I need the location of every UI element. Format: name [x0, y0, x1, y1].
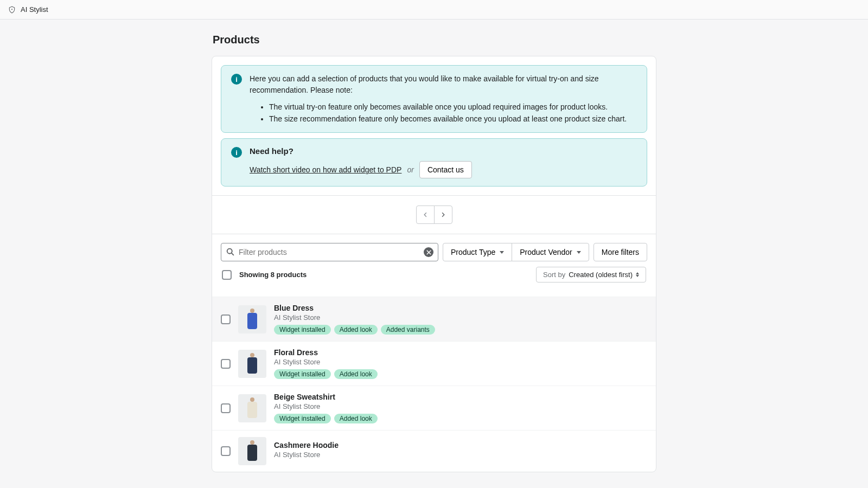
product-row[interactable]: Cashmere HoodieAI Stylist Store	[212, 430, 656, 472]
info-banner-list: The virtual try-on feature only becomes …	[269, 101, 637, 125]
svg-point-0	[11, 9, 12, 10]
sort-button[interactable]: Sort by Created (oldest first)	[536, 267, 646, 282]
showing-count: Showing 8 products	[239, 271, 307, 279]
product-badges: Widget installedAdded look	[274, 369, 647, 379]
info-icon: i	[231, 147, 242, 158]
status-badge: Widget installed	[274, 325, 331, 335]
help-row: Watch short video on how add widget to P…	[250, 161, 637, 178]
product-row[interactable]: Blue DressAI Stylist StoreWidget install…	[212, 297, 656, 341]
caret-down-icon	[500, 251, 504, 254]
product-badges: Widget installedAdded lookAdded variants	[274, 325, 647, 335]
status-badge: Added look	[334, 325, 378, 335]
info-banner-intro: Here you can add a selection of products…	[250, 73, 637, 96]
product-thumbnail	[238, 305, 266, 333]
close-icon	[426, 250, 431, 255]
filter-dropdown-group: Product Type Product Vendor	[443, 243, 589, 261]
info-bullet-1: The virtual try-on feature only becomes …	[269, 101, 637, 113]
chevron-right-icon	[439, 211, 447, 219]
sort-value: Created (oldest first)	[569, 271, 633, 279]
chevron-left-icon	[422, 211, 429, 219]
product-vendor: AI Stylist Store	[274, 402, 647, 410]
product-type-label: Product Type	[451, 248, 495, 256]
more-filters-button[interactable]: More filters	[593, 243, 647, 261]
product-row[interactable]: Floral DressAI Stylist StoreWidget insta…	[212, 341, 656, 386]
info-banner: i Here you can add a selection of produc…	[221, 65, 647, 133]
product-vendor: AI Stylist Store	[274, 313, 647, 322]
product-thumbnail	[238, 394, 266, 422]
product-name: Floral Dress	[274, 348, 647, 357]
product-vendor-filter[interactable]: Product Vendor	[512, 243, 589, 261]
product-badges: Widget installedAdded look	[274, 414, 647, 423]
product-body: Floral DressAI Stylist StoreWidget insta…	[274, 348, 647, 379]
product-thumbnail	[238, 437, 266, 465]
product-vendor: AI Stylist Store	[274, 358, 647, 366]
sort-label: Sort by	[543, 271, 565, 279]
clear-search-button[interactable]	[424, 247, 433, 257]
page: Products i Here you can add a selection …	[212, 20, 656, 472]
filter-products-input[interactable]	[235, 243, 424, 261]
contact-us-button[interactable]: Contact us	[419, 161, 472, 178]
filter-row: Product Type Product Vendor More filters	[221, 243, 647, 261]
status-badge: Widget installed	[274, 369, 331, 379]
help-video-link[interactable]: Watch short video on how add widget to P…	[250, 165, 401, 174]
product-body: Beige SweatshirtAI Stylist StoreWidget i…	[274, 393, 647, 423]
summary-row: Showing 8 products Sort by Created (olde…	[221, 261, 647, 282]
help-banner: i Need help? Watch short video on how ad…	[221, 138, 647, 187]
status-badge: Added look	[334, 369, 378, 379]
product-name: Blue Dress	[274, 304, 647, 312]
select-all-checkbox[interactable]	[222, 270, 232, 280]
help-banner-body: Need help? Watch short video on how add …	[250, 146, 637, 178]
search-wrap	[221, 243, 438, 261]
product-checkbox[interactable]	[221, 403, 231, 413]
caret-down-icon	[577, 251, 581, 254]
product-row[interactable]: Beige SweatshirtAI Stylist StoreWidget i…	[212, 386, 656, 430]
status-badge: Widget installed	[274, 414, 331, 423]
product-checkbox[interactable]	[221, 446, 231, 456]
status-badge: Added look	[334, 414, 378, 423]
product-name: Cashmere Hoodie	[274, 441, 647, 450]
status-badge: Added variants	[381, 325, 435, 335]
help-heading: Need help?	[250, 146, 637, 156]
product-body: Blue DressAI Stylist StoreWidget install…	[274, 304, 647, 335]
info-banner-body: Here you can add a selection of products…	[250, 73, 637, 125]
info-bullet-2: The size recommendation feature only bec…	[269, 113, 637, 125]
main-card: i Here you can add a selection of produc…	[212, 56, 656, 472]
product-list: Blue DressAI Stylist StoreWidget install…	[212, 297, 656, 472]
app-icon	[8, 5, 16, 14]
banner-wrap: i Here you can add a selection of produc…	[212, 56, 656, 195]
product-checkbox[interactable]	[221, 359, 231, 369]
search-icon	[226, 247, 235, 257]
product-checkbox[interactable]	[221, 314, 231, 324]
product-type-filter[interactable]: Product Type	[443, 243, 512, 261]
topbar: AI Stylist	[0, 0, 868, 20]
help-or-text: or	[407, 165, 413, 174]
pagination	[212, 195, 656, 234]
app-title: AI Stylist	[21, 5, 48, 14]
product-body: Cashmere HoodieAI Stylist Store	[274, 441, 647, 462]
page-prev-button[interactable]	[416, 206, 435, 224]
page-next-button[interactable]	[434, 206, 452, 224]
info-icon: i	[231, 74, 242, 85]
product-thumbnail	[238, 350, 266, 378]
product-vendor-label: Product Vendor	[520, 248, 572, 256]
filters-section: Product Type Product Vendor More filters…	[212, 234, 656, 291]
sort-caret-icon	[636, 272, 639, 277]
summary-left: Showing 8 products	[222, 270, 307, 280]
product-name: Beige Sweatshirt	[274, 393, 647, 401]
page-title: Products	[213, 34, 656, 46]
product-vendor: AI Stylist Store	[274, 451, 647, 459]
